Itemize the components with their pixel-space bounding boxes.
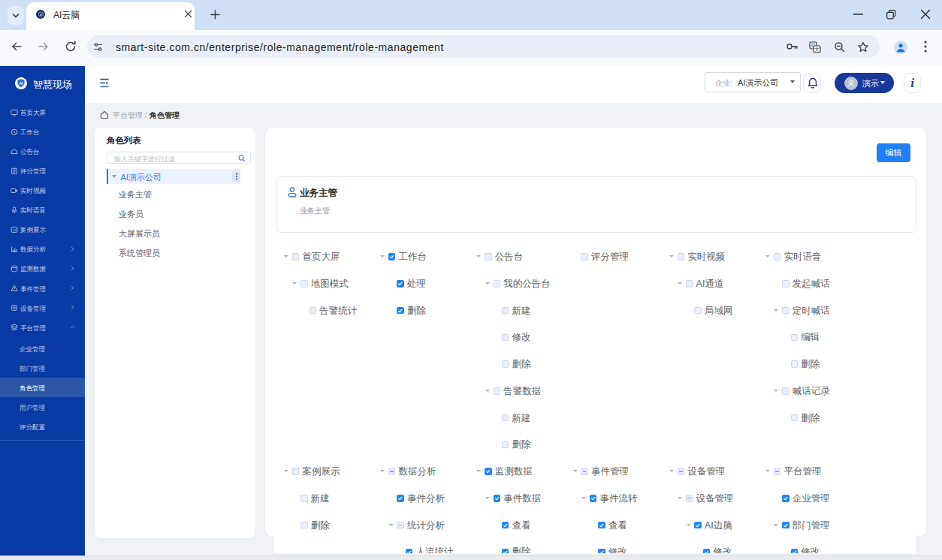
svg-text:AI: AI: [39, 13, 41, 16]
svg-text:文: 文: [814, 47, 820, 52]
svg-text:AI: AI: [20, 81, 24, 86]
